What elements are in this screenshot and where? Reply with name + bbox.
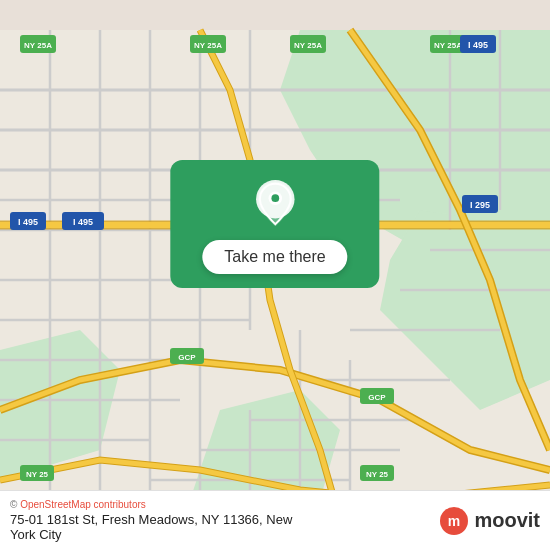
location-pin-icon [253,178,297,228]
address-line2: York City [10,527,62,542]
osm-link[interactable]: OpenStreetMap contributors [20,499,146,510]
svg-text:NY 25A: NY 25A [294,41,322,50]
svg-text:I 495: I 495 [18,217,38,227]
svg-text:NY 25: NY 25 [26,470,49,479]
map-container: I 495 I 495 NY 25A NY 25A NY 25A NY 25A … [0,0,550,550]
osm-credit: © OpenStreetMap contributors [10,499,292,510]
svg-text:m: m [448,513,460,529]
svg-text:NY 25A: NY 25A [194,41,222,50]
svg-text:I 295: I 295 [470,200,490,210]
moovit-icon: m [438,505,470,537]
svg-text:NY 25A: NY 25A [434,41,462,50]
svg-text:NY 25A: NY 25A [24,41,52,50]
svg-text:I 495: I 495 [73,217,93,227]
address-text: 75-01 181st St, Fresh Meadows, NY 11366,… [10,512,292,542]
svg-text:I 495: I 495 [468,40,488,50]
callout-box: Take me there [170,160,379,288]
copyright-symbol: © [10,499,17,510]
take-me-there-button[interactable]: Take me there [202,240,347,274]
moovit-logo: m moovit [438,505,540,537]
moovit-label: moovit [474,509,540,532]
svg-text:GCP: GCP [368,393,386,402]
svg-text:NY 25: NY 25 [366,470,389,479]
svg-point-60 [271,194,279,202]
bottom-left: © OpenStreetMap contributors 75-01 181st… [10,499,292,542]
svg-text:GCP: GCP [178,353,196,362]
address-line1: 75-01 181st St, Fresh Meadows, NY 11366,… [10,512,292,527]
bottom-bar: © OpenStreetMap contributors 75-01 181st… [0,490,550,550]
take-me-there-container: Take me there [170,160,379,288]
